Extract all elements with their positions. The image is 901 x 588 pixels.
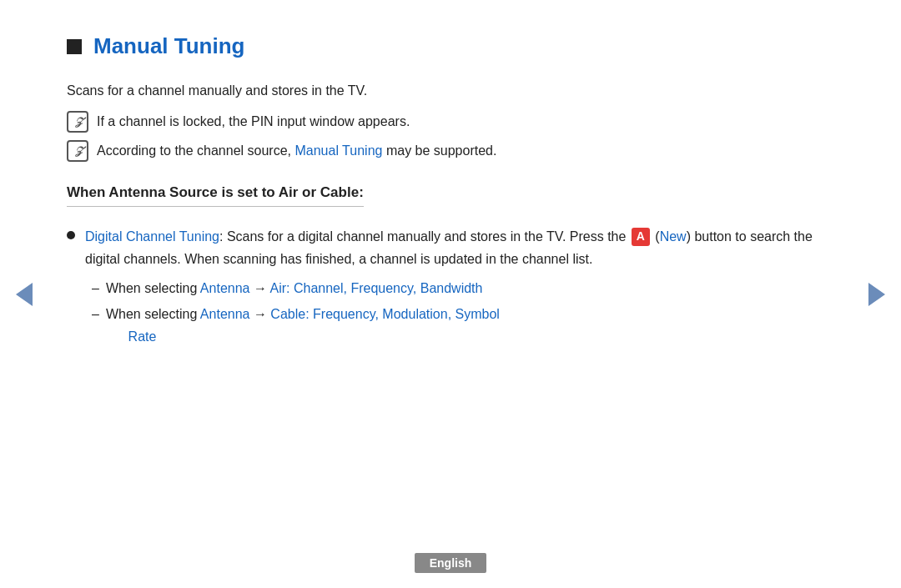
sub1-arrow: →: [249, 281, 269, 295]
sub1-text: When selecting Antenna → Air: Channel, F…: [106, 277, 483, 299]
bullet-item-1: Digital Channel Tuning: Scans for a digi…: [67, 225, 818, 352]
section-heading: When Antenna Source is set to Air or Cab…: [67, 184, 364, 207]
bullet-text: Digital Channel Tuning: Scans for a digi…: [85, 225, 818, 352]
intro-text: Scans for a channel manually and stores …: [67, 79, 818, 102]
note-row-2: 𝒵 According to the channel source, Manua…: [67, 139, 818, 162]
dash-2: –: [92, 303, 99, 325]
note2-prefix: According to the channel source,: [97, 143, 294, 158]
note-icon-2: 𝒵: [67, 140, 88, 162]
sub1-prefix: When selecting: [106, 281, 200, 295]
note-row-1: 𝒵 If a channel is locked, the PIN input …: [67, 110, 818, 133]
bullet-dot-icon: [67, 231, 75, 239]
page-title: Manual Tuning: [93, 33, 245, 59]
sub2-link1: Antenna: [200, 307, 250, 321]
sub-list: – When selecting Antenna → Air: Channel,…: [92, 277, 818, 349]
section-heading-wrapper: When Antenna Source is set to Air or Cab…: [67, 169, 818, 214]
right-arrow-icon: [868, 283, 885, 306]
sub2-rate: Rate: [128, 329, 157, 344]
new-link: New: [660, 229, 687, 244]
page-wrapper: Manual Tuning Scans for a channel manual…: [0, 0, 901, 588]
sub2-prefix: When selecting: [106, 307, 200, 321]
sub2-text: When selecting Antenna → Cable: Frequenc…: [106, 303, 500, 348]
nav-arrow-right[interactable]: [864, 282, 889, 307]
sub1-link1: Antenna: [200, 281, 250, 295]
bullet-section: Digital Channel Tuning: Scans for a digi…: [67, 225, 818, 352]
content-area: Manual Tuning Scans for a channel manual…: [0, 0, 901, 543]
nav-arrow-left[interactable]: [12, 282, 37, 307]
title-row: Manual Tuning: [67, 33, 818, 59]
sub-list-item-2: – When selecting Antenna → Cable: Freque…: [92, 303, 818, 348]
sub1-link2: Air: Channel, Frequency, Bandwidth: [269, 281, 482, 295]
language-badge: English: [415, 553, 487, 573]
red-btn-a: A: [632, 228, 650, 246]
note2-suffix: may be supported.: [382, 143, 496, 158]
note-text-1: If a channel is locked, the PIN input wi…: [97, 110, 410, 133]
dash-1: –: [92, 277, 99, 299]
sub2-link2: Cable: Frequency, Modulation, Symbol: [270, 307, 500, 321]
sub2-arrow: →: [249, 307, 270, 321]
footer: English: [0, 543, 901, 588]
note-text-2: According to the channel source, Manual …: [97, 139, 496, 162]
bullet-title-link: Digital Channel Tuning: [85, 229, 219, 244]
title-square-icon: [67, 39, 82, 54]
bullet-text-1: : Scans for a digital channel manually a…: [219, 229, 630, 244]
sub-list-item-1: – When selecting Antenna → Air: Channel,…: [92, 277, 818, 299]
note2-link: Manual Tuning: [294, 143, 382, 158]
note-icon-1: 𝒵: [67, 111, 88, 133]
left-arrow-icon: [16, 283, 33, 306]
